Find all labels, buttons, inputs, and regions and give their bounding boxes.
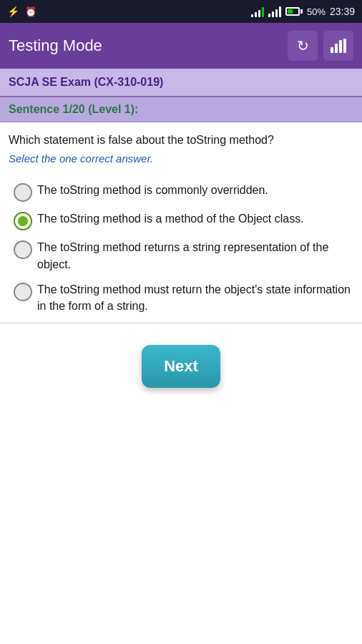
next-btn-area: Next: [0, 331, 362, 399]
option-row-3[interactable]: The toString method must return the obje…: [9, 281, 353, 314]
battery-percent: 50%: [307, 6, 326, 17]
header-title: Testing Mode: [9, 36, 102, 55]
chart-icon: [331, 39, 346, 53]
radio-button-0[interactable]: [14, 183, 32, 202]
time-display: 23:39: [330, 6, 355, 17]
header-icons: ↻: [288, 31, 353, 61]
sentence-label: Sentence 1/20 (Level 1):: [9, 103, 138, 115]
status-bar-right: 50% 23:39: [251, 6, 355, 17]
question-area: Which statement is false about the toStr…: [0, 122, 362, 182]
next-button[interactable]: Next: [142, 345, 220, 388]
exam-title: SCJA SE Exam (CX-310-019): [9, 76, 163, 88]
alarm-icon: ⏰: [25, 6, 36, 17]
option-text-3: The toString method must return the obje…: [37, 281, 353, 314]
radio-container-1: [9, 210, 37, 230]
app-header: Testing Mode ↻: [0, 23, 362, 69]
option-row-0[interactable]: The toString method is commonly overridd…: [9, 182, 353, 202]
refresh-button[interactable]: ↻: [288, 31, 318, 61]
radio-container-3: [9, 281, 37, 301]
radio-button-3[interactable]: [14, 283, 32, 301]
radio-button-2[interactable]: [14, 240, 32, 259]
option-text-1: The toString method is a method of the O…: [37, 210, 353, 227]
radio-container-2: [9, 239, 37, 259]
stats-button[interactable]: [323, 31, 353, 61]
signal-bars-icon: [251, 6, 264, 17]
options-area: The toString method is commonly overridd…: [0, 182, 362, 314]
option-text-0: The toString method is commonly overridd…: [37, 182, 353, 198]
option-text-2: The toString method returns a string rep…: [37, 239, 353, 272]
radio-container-0: [9, 182, 37, 202]
instruction-text: Select the one correct answer.: [9, 152, 353, 165]
sentence-bar: Sentence 1/20 (Level 1):: [0, 97, 362, 122]
usb-icon: ⚡: [7, 6, 19, 17]
signal-bars2-icon: [268, 6, 281, 17]
status-bar-left: ⚡ ⏰: [7, 6, 36, 17]
option-row-1[interactable]: The toString method is a method of the O…: [9, 210, 353, 230]
radio-button-1[interactable]: [14, 212, 32, 230]
divider: [0, 323, 362, 323]
refresh-icon: ↻: [297, 37, 309, 54]
option-row-2[interactable]: The toString method returns a string rep…: [9, 239, 353, 272]
status-bar: ⚡ ⏰ 50% 23:39: [0, 0, 362, 23]
radio-inner-1: [18, 216, 28, 226]
battery-icon: [285, 7, 303, 16]
exam-title-bar: SCJA SE Exam (CX-310-019): [0, 69, 362, 97]
question-text: Which statement is false about the toStr…: [9, 132, 353, 148]
